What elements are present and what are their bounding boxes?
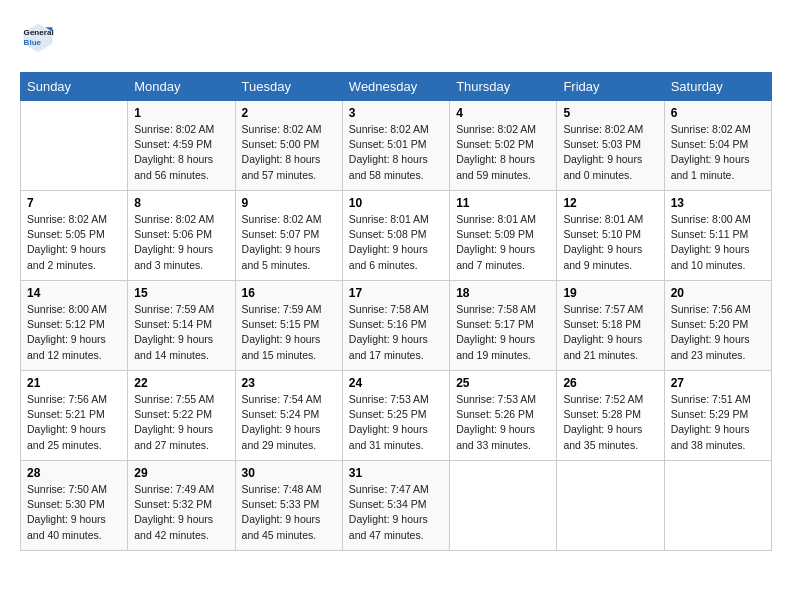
day-number: 11 [456,196,550,210]
day-number: 19 [563,286,657,300]
day-number: 18 [456,286,550,300]
calendar-cell: 19Sunrise: 7:57 AMSunset: 5:18 PMDayligh… [557,281,664,371]
day-info: Sunrise: 8:01 AMSunset: 5:10 PMDaylight:… [563,212,657,273]
day-number: 20 [671,286,765,300]
day-info: Sunrise: 7:49 AMSunset: 5:32 PMDaylight:… [134,482,228,543]
column-header-friday: Friday [557,73,664,101]
calendar-cell [21,101,128,191]
calendar-cell: 12Sunrise: 8:01 AMSunset: 5:10 PMDayligh… [557,191,664,281]
calendar-cell: 9Sunrise: 8:02 AMSunset: 5:07 PMDaylight… [235,191,342,281]
day-number: 30 [242,466,336,480]
day-number: 31 [349,466,443,480]
calendar-week-row: 28Sunrise: 7:50 AMSunset: 5:30 PMDayligh… [21,461,772,551]
day-info: Sunrise: 8:02 AMSunset: 5:05 PMDaylight:… [27,212,121,273]
day-info: Sunrise: 7:53 AMSunset: 5:25 PMDaylight:… [349,392,443,453]
day-info: Sunrise: 7:48 AMSunset: 5:33 PMDaylight:… [242,482,336,543]
day-number: 25 [456,376,550,390]
calendar-cell: 27Sunrise: 7:51 AMSunset: 5:29 PMDayligh… [664,371,771,461]
day-number: 9 [242,196,336,210]
day-info: Sunrise: 7:58 AMSunset: 5:16 PMDaylight:… [349,302,443,363]
day-info: Sunrise: 7:58 AMSunset: 5:17 PMDaylight:… [456,302,550,363]
day-number: 2 [242,106,336,120]
day-number: 8 [134,196,228,210]
day-info: Sunrise: 8:02 AMSunset: 5:01 PMDaylight:… [349,122,443,183]
calendar-week-row: 21Sunrise: 7:56 AMSunset: 5:21 PMDayligh… [21,371,772,461]
calendar-cell: 1Sunrise: 8:02 AMSunset: 4:59 PMDaylight… [128,101,235,191]
svg-text:Blue: Blue [24,38,42,47]
day-info: Sunrise: 7:56 AMSunset: 5:21 PMDaylight:… [27,392,121,453]
day-number: 6 [671,106,765,120]
day-number: 17 [349,286,443,300]
day-info: Sunrise: 8:00 AMSunset: 5:12 PMDaylight:… [27,302,121,363]
day-info: Sunrise: 8:02 AMSunset: 5:06 PMDaylight:… [134,212,228,273]
day-number: 7 [27,196,121,210]
calendar-cell: 25Sunrise: 7:53 AMSunset: 5:26 PMDayligh… [450,371,557,461]
day-info: Sunrise: 8:02 AMSunset: 5:03 PMDaylight:… [563,122,657,183]
day-number: 3 [349,106,443,120]
calendar-cell: 5Sunrise: 8:02 AMSunset: 5:03 PMDaylight… [557,101,664,191]
calendar-cell: 3Sunrise: 8:02 AMSunset: 5:01 PMDaylight… [342,101,449,191]
column-header-tuesday: Tuesday [235,73,342,101]
calendar-cell: 11Sunrise: 8:01 AMSunset: 5:09 PMDayligh… [450,191,557,281]
day-info: Sunrise: 7:54 AMSunset: 5:24 PMDaylight:… [242,392,336,453]
day-number: 21 [27,376,121,390]
day-number: 4 [456,106,550,120]
day-info: Sunrise: 8:01 AMSunset: 5:08 PMDaylight:… [349,212,443,273]
calendar-cell: 24Sunrise: 7:53 AMSunset: 5:25 PMDayligh… [342,371,449,461]
day-info: Sunrise: 7:55 AMSunset: 5:22 PMDaylight:… [134,392,228,453]
logo-icon: General Blue [20,20,56,56]
day-info: Sunrise: 8:02 AMSunset: 5:07 PMDaylight:… [242,212,336,273]
calendar-cell: 26Sunrise: 7:52 AMSunset: 5:28 PMDayligh… [557,371,664,461]
calendar-cell: 2Sunrise: 8:02 AMSunset: 5:00 PMDaylight… [235,101,342,191]
calendar-table: SundayMondayTuesdayWednesdayThursdayFrid… [20,72,772,551]
calendar-cell: 29Sunrise: 7:49 AMSunset: 5:32 PMDayligh… [128,461,235,551]
logo: General Blue [20,20,60,56]
calendar-cell [664,461,771,551]
day-info: Sunrise: 7:59 AMSunset: 5:15 PMDaylight:… [242,302,336,363]
calendar-cell: 16Sunrise: 7:59 AMSunset: 5:15 PMDayligh… [235,281,342,371]
day-number: 16 [242,286,336,300]
calendar-week-row: 7Sunrise: 8:02 AMSunset: 5:05 PMDaylight… [21,191,772,281]
day-info: Sunrise: 7:52 AMSunset: 5:28 PMDaylight:… [563,392,657,453]
day-info: Sunrise: 7:50 AMSunset: 5:30 PMDaylight:… [27,482,121,543]
day-info: Sunrise: 8:02 AMSunset: 5:04 PMDaylight:… [671,122,765,183]
calendar-cell: 22Sunrise: 7:55 AMSunset: 5:22 PMDayligh… [128,371,235,461]
calendar-cell: 8Sunrise: 8:02 AMSunset: 5:06 PMDaylight… [128,191,235,281]
day-info: Sunrise: 8:01 AMSunset: 5:09 PMDaylight:… [456,212,550,273]
day-number: 24 [349,376,443,390]
calendar-cell: 20Sunrise: 7:56 AMSunset: 5:20 PMDayligh… [664,281,771,371]
day-info: Sunrise: 7:56 AMSunset: 5:20 PMDaylight:… [671,302,765,363]
day-info: Sunrise: 8:02 AMSunset: 5:02 PMDaylight:… [456,122,550,183]
calendar-cell: 10Sunrise: 8:01 AMSunset: 5:08 PMDayligh… [342,191,449,281]
day-info: Sunrise: 8:02 AMSunset: 4:59 PMDaylight:… [134,122,228,183]
day-info: Sunrise: 7:47 AMSunset: 5:34 PMDaylight:… [349,482,443,543]
calendar-cell: 15Sunrise: 7:59 AMSunset: 5:14 PMDayligh… [128,281,235,371]
column-header-saturday: Saturday [664,73,771,101]
day-number: 22 [134,376,228,390]
calendar-cell: 28Sunrise: 7:50 AMSunset: 5:30 PMDayligh… [21,461,128,551]
calendar-cell: 7Sunrise: 8:02 AMSunset: 5:05 PMDaylight… [21,191,128,281]
calendar-cell: 4Sunrise: 8:02 AMSunset: 5:02 PMDaylight… [450,101,557,191]
day-number: 14 [27,286,121,300]
day-number: 13 [671,196,765,210]
column-header-thursday: Thursday [450,73,557,101]
column-header-monday: Monday [128,73,235,101]
day-number: 15 [134,286,228,300]
calendar-cell: 14Sunrise: 8:00 AMSunset: 5:12 PMDayligh… [21,281,128,371]
calendar-cell [557,461,664,551]
day-number: 27 [671,376,765,390]
day-number: 10 [349,196,443,210]
calendar-week-row: 1Sunrise: 8:02 AMSunset: 4:59 PMDaylight… [21,101,772,191]
day-number: 1 [134,106,228,120]
column-header-wednesday: Wednesday [342,73,449,101]
calendar-week-row: 14Sunrise: 8:00 AMSunset: 5:12 PMDayligh… [21,281,772,371]
day-info: Sunrise: 7:59 AMSunset: 5:14 PMDaylight:… [134,302,228,363]
day-info: Sunrise: 7:51 AMSunset: 5:29 PMDaylight:… [671,392,765,453]
day-info: Sunrise: 8:00 AMSunset: 5:11 PMDaylight:… [671,212,765,273]
day-info: Sunrise: 7:57 AMSunset: 5:18 PMDaylight:… [563,302,657,363]
calendar-cell [450,461,557,551]
day-number: 5 [563,106,657,120]
day-number: 23 [242,376,336,390]
day-number: 29 [134,466,228,480]
calendar-cell: 6Sunrise: 8:02 AMSunset: 5:04 PMDaylight… [664,101,771,191]
